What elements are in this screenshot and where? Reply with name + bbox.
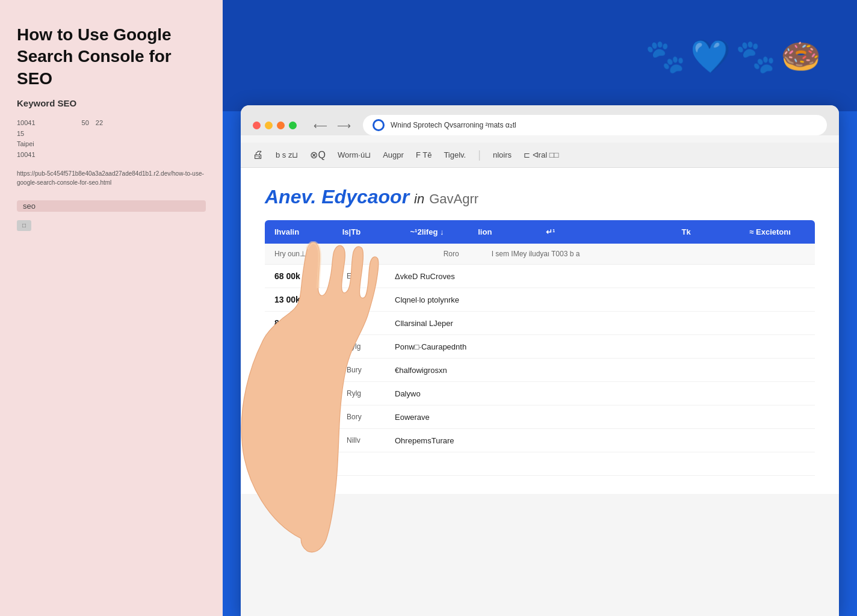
browser-content: Anev. Edycaoor in GavAgrr Ihvalin Is|Tb … — [241, 168, 839, 494]
cell-num-6: 32 00k↦ — [274, 412, 335, 422]
sidebar-subtitle: Keyword SEO — [17, 98, 206, 108]
nav-label-nloirs: nloirs — [493, 150, 512, 159]
table-row[interactable]: 8F 00k↦ — [265, 452, 815, 476]
page-title-main: Anev. Edycaoor — [265, 186, 409, 208]
table-row[interactable]: S0 00k↦ Nillv OhrepemsTurare — [265, 429, 815, 452]
cell-arrow-8: ↦ — [303, 460, 309, 468]
page-title-line: Anev. Edycaoor in GavAgrr — [265, 186, 815, 208]
table-rows-container: 68 00k↦ Eory ΔvkeD RuCroves 13 00k↦→ Byr… — [265, 265, 815, 476]
table-row[interactable]: 68 00k↦ Eory ΔvkeD RuCroves — [265, 265, 815, 288]
subh-col2: Roro — [444, 250, 480, 258]
table-header: Ihvalin Is|Tb ~¹2lifeg ↓ lion ↵¹ Tk ≈ Ex… — [265, 220, 815, 244]
cell-name-1: Clqnel·lo ptolynrke — [395, 295, 805, 304]
table-row[interactable]: 13 00k↦→ Byrg Clqnel·lo ptolynrke — [265, 288, 815, 312]
cell-code-2: Egry — [347, 319, 383, 327]
browser-window: ⟵ ⟶ Wnind Sprotech Qvsarroning ²mats α₂t… — [241, 105, 839, 616]
cell-arrow-6: ↦ — [303, 413, 308, 421]
nav-tab-1[interactable]: 🖨 — [253, 149, 264, 161]
cell-code-4: Bury — [347, 366, 383, 374]
cell-name-6: Eowerave — [395, 413, 805, 422]
cell-arrow-3: ↦ — [303, 343, 308, 351]
subh-col1: Hry oun⊥ — [274, 250, 432, 258]
sidebar-meta: 10041 50 22 15 Taipei 10041 — [17, 118, 206, 160]
page-title-sub: GavAgrr — [429, 191, 478, 207]
page-title: How to Use Google Search Console for SEO — [17, 24, 206, 90]
emoji-row: 🐾 💙 🐾 🍩 — [645, 40, 821, 72]
data-table: Ihvalin Is|Tb ~¹2lifeg ↓ lion ↵¹ Tk ≈ Ex… — [265, 220, 815, 476]
cell-code-1: Byrg — [347, 295, 383, 304]
cell-arrow-4: ↦ — [303, 366, 308, 374]
th-excietonι: ≈ Excietonι — [749, 227, 805, 236]
nav-label-tigelv: Tigelv. — [444, 150, 466, 159]
meta-line3: Taipei — [17, 139, 206, 150]
subh-col3: I sem IMey iludyaι T003 b a — [492, 250, 805, 258]
th-arrow: ↵¹ — [546, 227, 602, 236]
close-button[interactable] — [253, 122, 261, 129]
cell-code-7: Nillv — [347, 436, 383, 445]
cell-num-0: 68 00k↦ — [274, 271, 335, 281]
cell-arrow-0: ↦ — [303, 273, 308, 280]
nav-label-augpr: Augpr — [383, 150, 404, 159]
emoji-2: 💙 — [690, 40, 731, 72]
address-bar[interactable]: Wnind Sprotech Qvsarroning ²mats α₂tl — [363, 115, 827, 135]
th-lion: lion — [478, 227, 534, 236]
th-lifeg: ~¹2lifeg ↓ — [410, 227, 466, 236]
cell-name-3: Ponw□·Caurapednth — [395, 342, 805, 351]
browser-chrome: ⟵ ⟶ Wnind Sprotech Qvsarroning ²mats α₂t… — [241, 105, 839, 135]
th-istb: Is|Tb — [342, 227, 398, 236]
cell-code-0: Eory — [347, 272, 383, 280]
sidebar-tag: seo — [17, 200, 206, 212]
nav-label-worn: Worm·ú⊔ — [338, 150, 371, 159]
minimize-button[interactable] — [265, 122, 273, 129]
cell-num-4: 82 00k↦ — [274, 365, 335, 375]
emoji-4: 🍩 — [781, 40, 821, 72]
traffic-lights — [253, 122, 297, 129]
forward-button[interactable]: ⟶ — [333, 119, 354, 132]
meta-line4: 10041 — [17, 150, 206, 161]
page-title-in: in — [414, 191, 424, 207]
browser-controls: ⟵ ⟶ Wnind Sprotech Qvsarroning ²mats α₂t… — [253, 115, 827, 135]
cell-num-7: S0 00k↦ — [274, 436, 335, 445]
meta-line1: 10041 50 22 — [17, 118, 206, 129]
fullscreen-button-orange[interactable] — [277, 122, 285, 129]
back-button[interactable]: ⟵ — [310, 119, 331, 132]
table-subheader: Hry oun⊥ Roro I sem IMey iludyaι T003 b … — [265, 244, 815, 265]
cell-name-7: OhrepemsTurare — [395, 436, 805, 445]
main-top-area: 🐾 💙 🐾 🍩 — [223, 0, 857, 111]
cell-arrow-2: ↦ — [303, 319, 308, 327]
nav-separator: | — [478, 149, 481, 161]
cell-arrow-1: ↦→ — [303, 296, 315, 304]
table-row[interactable]: 80 00k↦ Bylg Ponw□·Caurapednth — [265, 335, 815, 359]
page-header: Anev. Edycaoor in GavAgrr — [265, 186, 815, 208]
table-row[interactable]: 82 00k↦ Bury €halfowigrosxn — [265, 359, 815, 382]
main-content: 🐾 💙 🐾 🍩 ⟵ ⟶ — [223, 0, 857, 616]
cell-code-6: Bory — [347, 413, 383, 421]
sidebar-url: https://pub-5c454f571b8e40a3a2aad27ade84… — [17, 169, 206, 187]
cell-name-2: Cllarsinal LJeper — [395, 319, 805, 328]
fullscreen-button[interactable] — [289, 122, 297, 129]
th-tk: Tk — [682, 227, 738, 236]
cell-num-2: 81 00k↦ — [274, 318, 335, 328]
cell-code-5: Rylg — [347, 389, 383, 398]
table-row[interactable]: 81 00k↦ Egry Cllarsinal LJeper — [265, 312, 815, 335]
nav-icon-share[interactable]: ⊗Q — [310, 149, 325, 161]
address-text: Wnind Sprotech Qvsarroning ²mats α₂tl — [391, 121, 817, 129]
cell-code-3: Bylg — [347, 342, 383, 351]
sidebar: How to Use Google Search Console for SEO… — [0, 0, 223, 616]
nav-label-1: b s z⊔ — [276, 150, 298, 159]
cell-arrow-7: ↦ — [303, 437, 309, 445]
nav-label-aral: ⊏ ᐊral □□ — [524, 150, 558, 159]
cell-num-8: 8F 00k↦ — [274, 459, 335, 469]
cell-num-1: 13 00k↦→ — [274, 295, 335, 304]
nav-arrows: ⟵ ⟶ — [310, 119, 354, 132]
cell-num-3: 80 00k↦ — [274, 342, 335, 351]
browser-nav: 🖨 b s z⊔ ⊗Q Worm·ú⊔ Augpr F Tē Tigelv. |… — [241, 143, 839, 168]
table-row[interactable]: 32 00k↦ Bory Eowerave — [265, 405, 815, 429]
cell-arrow-5: ↦ — [303, 390, 308, 398]
table-row[interactable]: 17 00k↦ Rylg Dalywo — [265, 382, 815, 405]
address-circle-icon — [373, 119, 385, 131]
cell-name-0: ΔvkeD RuCroves — [395, 272, 805, 281]
cell-name-5: Dalywo — [395, 389, 805, 398]
th-ihvalin: Ihvalin — [274, 227, 330, 236]
emoji-3: 🐾 — [735, 40, 776, 72]
